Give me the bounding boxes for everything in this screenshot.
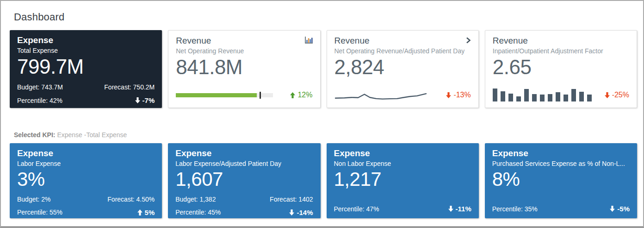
trend-indicator: -7% [135,96,155,104]
budget-text: Budget: 1,382 [175,196,216,203]
card-subtitle: Net Operating Revenue/Adjusted Patient D… [334,47,465,55]
card-subtitle: Total Expense [17,47,58,54]
target-progress-bar [176,93,273,97]
forecast-text: Forecast: 4.50% [107,196,155,203]
budget-text: Budget: 2% [17,196,50,203]
trend-indicator: -5% [610,205,630,213]
top-kpi-row: Expense Total Expense 799.7M Budget: 743… [1,30,643,108]
forecast-text: Forecast: 750.2M [104,83,155,91]
card-title: Expense [175,148,281,159]
card-title: Expense [334,148,391,159]
card-subtitle: Net Operating Revenue [176,47,244,55]
kpi-value: 2,824 [334,56,471,78]
chevron-right-icon[interactable] [466,37,471,44]
percentile-text: Percentile: 45% [175,209,221,216]
percentile-text: Percentile: 35% [492,205,538,213]
trend-indicator: -13% [446,91,471,99]
percentile-text: Percentile: 47% [334,205,379,213]
card-subtitle: Labor Expense/Adjusted Patient Day [175,160,281,167]
kpi-card-purchased-services-expense[interactable]: Expense Purchased Services Expense as % … [485,143,637,218]
trend-indicator: -25% [605,91,629,99]
kpi-value: 3% [17,169,155,190]
kpi-card-non-labor-expense[interactable]: Expense Non Labor Expense 1,217 Percenti… [327,143,479,218]
column-chart-icon[interactable] [305,37,313,44]
dashboard-window: Dashboard Expense Total Expense 799.7M B… [0,0,644,228]
selected-kpi-value: Expense -Total Expense [57,131,127,139]
card-title: Expense [17,35,58,46]
card-title: Revenue [334,35,465,46]
kpi-value: 841.8M [176,56,312,78]
card-subtitle: Inpatient/Outpatient Adjustment Factor [493,47,603,55]
card-subtitle: Non Labor Expense [334,160,391,167]
kpi-value: 1,217 [334,169,471,190]
page-title: Dashboard [14,11,643,23]
bar-sparkline [493,89,592,101]
kpi-card-labor-expense[interactable]: Expense Labor Expense 3% Budget: 2% Fore… [10,143,162,218]
card-title: Expense [492,148,625,159]
line-sparkline [334,87,427,103]
kpi-card-revenue-per-adjusted-patient-day[interactable]: Revenue Net Operating Revenue/Adjusted P… [327,30,479,108]
kpi-card-total-expense[interactable]: Expense Total Expense 799.7M Budget: 743… [10,30,162,108]
card-title: Expense [17,148,61,159]
trend-indicator: 5% [137,209,155,216]
percentile-text: Percentile: 42% [17,97,62,104]
kpi-value: 8% [492,169,630,190]
expense-kpi-row: Expense Labor Expense 3% Budget: 2% Fore… [1,143,643,218]
selected-kpi-label: Selected KPI: [14,131,55,139]
forecast-text: Forecast: 1402 [270,196,313,203]
card-title: Revenue [176,35,244,46]
kpi-value: 1,607 [175,169,313,190]
trend-indicator: -14% [289,209,313,216]
kpi-value: 799.7M [17,56,155,78]
kpi-card-net-operating-revenue[interactable]: Revenue Net Operating Revenue 841.8M [168,30,320,108]
percentile-text: Percentile: 55% [17,209,62,216]
budget-text: Budget: 743.7M [17,83,63,91]
card-subtitle: Purchased Services Expense as % of Non-L… [492,160,625,167]
kpi-card-labor-expense-per-patient-day[interactable]: Expense Labor Expense/Adjusted Patient D… [168,143,320,218]
kpi-value: 2.65 [493,56,629,78]
card-title: Revenue [493,35,603,46]
trend-indicator: 12% [290,91,312,99]
card-subtitle: Labor Expense [17,160,61,167]
selected-kpi-line: Selected KPI: Expense -Total Expense [14,131,643,139]
trend-indicator: -11% [448,205,471,213]
kpi-card-adjustment-factor[interactable]: Revenue Inpatient/Outpatient Adjustment … [485,30,637,108]
